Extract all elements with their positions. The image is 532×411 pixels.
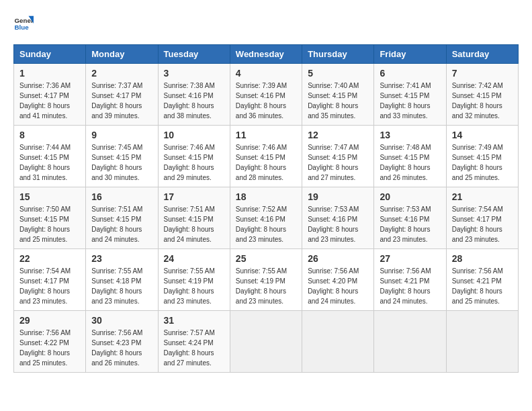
sunrise-label: Sunrise: 7:57 AM <box>164 329 215 336</box>
day-info: Sunrise: 7:46 AM Sunset: 4:15 PM Dayligh… <box>236 142 296 183</box>
day-info: Sunrise: 7:52 AM Sunset: 4:16 PM Dayligh… <box>236 204 296 244</box>
week-row-5: 29 Sunrise: 7:56 AM Sunset: 4:22 PM Dayl… <box>14 311 519 373</box>
daylight-label: Daylight: 8 hours and 32 minutes. <box>452 102 502 120</box>
day-info: Sunrise: 7:56 AM Sunset: 4:20 PM Dayligh… <box>308 266 368 306</box>
day-info: Sunrise: 7:53 AM Sunset: 4:16 PM Dayligh… <box>380 204 440 244</box>
sunrise-label: Sunrise: 7:44 AM <box>19 144 71 151</box>
day-info: Sunrise: 7:55 AM Sunset: 4:18 PM Dayligh… <box>91 266 152 306</box>
daylight-label: Daylight: 8 hours and 26 minutes. <box>91 349 142 367</box>
day-info: Sunrise: 7:37 AM Sunset: 4:17 PM Dayligh… <box>91 81 152 121</box>
sunset-label: Sunset: 4:21 PM <box>380 277 429 285</box>
day-number: 12 <box>308 130 368 140</box>
sunrise-label: Sunrise: 7:48 AM <box>380 144 431 151</box>
day-cell: 12 Sunrise: 7:47 AM Sunset: 4:15 PM Dayl… <box>302 126 374 187</box>
sunset-label: Sunset: 4:15 PM <box>452 92 502 99</box>
day-number: 14 <box>452 130 513 140</box>
sunrise-label: Sunrise: 7:46 AM <box>236 144 287 151</box>
day-number: 15 <box>19 191 80 202</box>
sunrise-label: Sunrise: 7:37 AM <box>91 82 142 89</box>
daylight-label: Daylight: 8 hours and 24 minutes. <box>164 226 214 243</box>
sunrise-label: Sunrise: 7:55 AM <box>91 267 142 275</box>
sunset-label: Sunset: 4:15 PM <box>164 154 214 161</box>
sunset-label: Sunset: 4:15 PM <box>19 154 69 161</box>
day-info: Sunrise: 7:56 AM Sunset: 4:22 PM Dayligh… <box>19 328 80 368</box>
sunset-label: Sunset: 4:15 PM <box>308 92 357 99</box>
day-cell: 14 Sunrise: 7:49 AM Sunset: 4:15 PM Dayl… <box>446 126 518 187</box>
logo-icon: General Blue <box>13 13 34 34</box>
day-info: Sunrise: 7:55 AM Sunset: 4:19 PM Dayligh… <box>236 266 296 306</box>
header: General Blue <box>13 13 519 34</box>
sunset-label: Sunset: 4:20 PM <box>308 277 357 285</box>
daylight-label: Daylight: 8 hours and 24 minutes. <box>380 287 430 305</box>
header-thursday: Thursday <box>302 45 374 64</box>
day-cell: 26 Sunrise: 7:56 AM Sunset: 4:20 PM Dayl… <box>302 249 374 311</box>
header-row: SundayMondayTuesdayWednesdayThursdayFrid… <box>14 45 519 64</box>
daylight-label: Daylight: 8 hours and 25 minutes. <box>19 349 70 367</box>
day-cell: 2 Sunrise: 7:37 AM Sunset: 4:17 PM Dayli… <box>86 64 158 126</box>
day-info: Sunrise: 7:38 AM Sunset: 4:16 PM Dayligh… <box>164 81 224 121</box>
daylight-label: Daylight: 8 hours and 36 minutes. <box>236 102 286 120</box>
day-cell: 7 Sunrise: 7:42 AM Sunset: 4:15 PM Dayli… <box>446 64 518 126</box>
sunrise-label: Sunrise: 7:42 AM <box>452 82 503 89</box>
sunrise-label: Sunrise: 7:50 AM <box>19 205 71 213</box>
daylight-label: Daylight: 8 hours and 29 minutes. <box>164 164 214 181</box>
daylight-label: Daylight: 8 hours and 24 minutes. <box>91 226 142 243</box>
day-cell <box>374 311 446 373</box>
day-number: 3 <box>164 68 224 79</box>
sunrise-label: Sunrise: 7:46 AM <box>164 144 215 151</box>
sunset-label: Sunset: 4:22 PM <box>19 339 69 347</box>
day-number: 21 <box>452 191 513 202</box>
sunrise-label: Sunrise: 7:52 AM <box>236 205 287 213</box>
day-cell <box>230 311 302 373</box>
daylight-label: Daylight: 8 hours and 31 minutes. <box>19 164 70 181</box>
day-number: 31 <box>164 315 224 326</box>
sunset-label: Sunset: 4:15 PM <box>380 154 429 161</box>
day-number: 7 <box>452 68 513 79</box>
sunset-label: Sunset: 4:15 PM <box>380 92 429 99</box>
day-number: 19 <box>308 191 368 202</box>
daylight-label: Daylight: 8 hours and 23 minutes. <box>236 287 286 305</box>
day-info: Sunrise: 7:45 AM Sunset: 4:15 PM Dayligh… <box>91 142 152 183</box>
day-info: Sunrise: 7:48 AM Sunset: 4:15 PM Dayligh… <box>380 142 440 183</box>
day-cell: 20 Sunrise: 7:53 AM Sunset: 4:16 PM Dayl… <box>374 187 446 249</box>
logo: General Blue <box>13 13 34 34</box>
day-number: 5 <box>308 68 368 79</box>
sunset-label: Sunset: 4:15 PM <box>19 216 69 223</box>
sunrise-label: Sunrise: 7:41 AM <box>380 82 431 89</box>
sunset-label: Sunset: 4:23 PM <box>91 339 141 347</box>
sunrise-label: Sunrise: 7:56 AM <box>19 329 71 336</box>
day-cell: 5 Sunrise: 7:40 AM Sunset: 4:15 PM Dayli… <box>302 64 374 126</box>
day-cell: 11 Sunrise: 7:46 AM Sunset: 4:15 PM Dayl… <box>230 126 302 187</box>
sunset-label: Sunset: 4:18 PM <box>91 277 141 285</box>
header-tuesday: Tuesday <box>158 45 230 64</box>
day-info: Sunrise: 7:46 AM Sunset: 4:15 PM Dayligh… <box>164 142 224 183</box>
day-cell: 23 Sunrise: 7:55 AM Sunset: 4:18 PM Dayl… <box>86 249 158 311</box>
day-info: Sunrise: 7:49 AM Sunset: 4:15 PM Dayligh… <box>452 142 513 183</box>
daylight-label: Daylight: 8 hours and 24 minutes. <box>308 287 358 305</box>
day-number: 4 <box>236 68 296 79</box>
sunrise-label: Sunrise: 7:56 AM <box>380 267 431 275</box>
daylight-label: Daylight: 8 hours and 23 minutes. <box>308 226 358 243</box>
sunset-label: Sunset: 4:19 PM <box>164 277 214 285</box>
daylight-label: Daylight: 8 hours and 35 minutes. <box>308 102 358 120</box>
day-info: Sunrise: 7:51 AM Sunset: 4:15 PM Dayligh… <box>91 204 152 244</box>
sunset-label: Sunset: 4:16 PM <box>236 92 285 99</box>
day-cell <box>446 311 518 373</box>
day-number: 26 <box>308 253 368 264</box>
day-number: 16 <box>91 191 152 202</box>
sunrise-label: Sunrise: 7:39 AM <box>236 82 287 89</box>
day-number: 24 <box>164 253 224 264</box>
day-number: 13 <box>380 130 440 140</box>
daylight-label: Daylight: 8 hours and 25 minutes. <box>19 226 70 243</box>
day-number: 8 <box>19 130 80 140</box>
day-info: Sunrise: 7:53 AM Sunset: 4:16 PM Dayligh… <box>308 204 368 244</box>
sunrise-label: Sunrise: 7:54 AM <box>452 205 503 213</box>
sunrise-label: Sunrise: 7:40 AM <box>308 82 359 89</box>
day-cell: 6 Sunrise: 7:41 AM Sunset: 4:15 PM Dayli… <box>374 64 446 126</box>
sunset-label: Sunset: 4:15 PM <box>452 154 502 161</box>
sunrise-label: Sunrise: 7:51 AM <box>91 205 142 213</box>
sunrise-label: Sunrise: 7:56 AM <box>452 267 503 275</box>
sunset-label: Sunset: 4:15 PM <box>164 216 214 223</box>
daylight-label: Daylight: 8 hours and 23 minutes. <box>91 287 142 305</box>
day-info: Sunrise: 7:41 AM Sunset: 4:15 PM Dayligh… <box>380 81 440 121</box>
